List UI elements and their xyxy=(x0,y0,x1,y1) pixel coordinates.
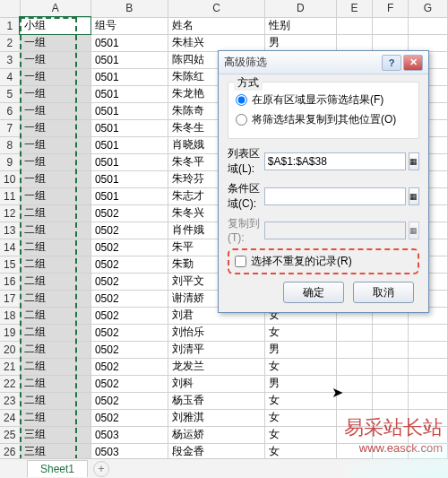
cell[interactable] xyxy=(408,324,447,341)
col-B[interactable]: B xyxy=(90,0,168,17)
row-header[interactable]: 13 xyxy=(0,222,20,239)
cell[interactable]: 二组 xyxy=(20,239,90,256)
row-header[interactable]: 22 xyxy=(0,375,20,392)
cell[interactable]: 二组 xyxy=(20,273,90,290)
cell[interactable]: 0501 xyxy=(90,85,168,102)
cell[interactable]: 女 xyxy=(265,358,336,375)
sheet-tab-sheet1[interactable]: Sheet1 xyxy=(27,460,88,477)
criteria-range-ref-button[interactable]: ▦ xyxy=(409,187,419,205)
cell[interactable]: 0502 xyxy=(90,358,168,375)
cell[interactable]: 一组 xyxy=(20,34,90,51)
row-header[interactable]: 17 xyxy=(0,290,20,307)
row-header[interactable]: 14 xyxy=(0,239,20,256)
cell[interactable] xyxy=(336,392,373,409)
cell[interactable]: 0501 xyxy=(90,51,168,68)
row-header[interactable]: 7 xyxy=(0,119,20,136)
cell[interactable]: 刘雅淇 xyxy=(168,409,264,426)
select-all-corner[interactable] xyxy=(0,0,20,17)
cell[interactable] xyxy=(408,34,447,51)
cell[interactable]: 朱桂兴 xyxy=(168,34,264,51)
cell[interactable]: 二组 xyxy=(20,324,90,341)
row-header[interactable]: 15 xyxy=(0,256,20,273)
cell[interactable]: 0502 xyxy=(90,239,168,256)
cell[interactable]: 0502 xyxy=(90,204,168,222)
cell[interactable]: 0502 xyxy=(90,392,168,409)
cell[interactable] xyxy=(408,392,447,409)
row-header[interactable]: 3 xyxy=(0,51,20,68)
cell[interactable]: 刘清平 xyxy=(168,341,264,358)
cell[interactable]: 0502 xyxy=(90,290,168,307)
cell[interactable]: 0502 xyxy=(90,273,168,290)
cell[interactable]: 0501 xyxy=(90,68,168,85)
cell[interactable] xyxy=(373,392,408,409)
unique-records-checkbox[interactable] xyxy=(235,256,246,267)
cell[interactable]: 女 xyxy=(265,426,336,443)
cell[interactable]: 二组 xyxy=(20,290,90,307)
dialog-titlebar[interactable]: 高级筛选 ? ✕ xyxy=(219,51,428,74)
radio-filter-inplace[interactable] xyxy=(236,94,247,106)
col-C[interactable]: C xyxy=(168,0,264,17)
row-header[interactable]: 1 xyxy=(0,17,20,34)
cell[interactable]: 0502 xyxy=(90,409,168,426)
ok-button[interactable]: 确定 xyxy=(283,282,344,303)
cell[interactable] xyxy=(336,358,373,375)
cell[interactable]: 一组 xyxy=(20,51,90,68)
cell[interactable]: 男 xyxy=(265,34,336,51)
row-header[interactable]: 12 xyxy=(0,204,20,222)
col-F[interactable]: F xyxy=(373,0,408,17)
cell[interactable]: 男 xyxy=(265,375,336,392)
cell[interactable]: 0502 xyxy=(90,307,168,324)
cell[interactable] xyxy=(408,375,447,392)
radio-copy-to[interactable] xyxy=(236,114,247,126)
cell[interactable]: 二组 xyxy=(20,341,90,358)
row-header[interactable]: 25 xyxy=(0,426,20,443)
cell[interactable]: 性别 xyxy=(265,17,336,34)
row-header[interactable]: 4 xyxy=(0,68,20,85)
cell[interactable] xyxy=(373,358,408,375)
cell[interactable]: 二组 xyxy=(20,222,90,239)
cell[interactable]: 姓名 xyxy=(168,17,264,34)
add-sheet-button[interactable]: ＋ xyxy=(93,461,109,477)
help-button[interactable]: ? xyxy=(382,55,401,71)
cell[interactable]: 一组 xyxy=(20,102,90,119)
row-header[interactable]: 20 xyxy=(0,341,20,358)
row-header[interactable]: 19 xyxy=(0,324,20,341)
cell[interactable]: 女 xyxy=(265,409,336,426)
cell[interactable]: 0501 xyxy=(90,119,168,136)
cell[interactable]: 组号 xyxy=(90,17,168,34)
cell[interactable]: 二组 xyxy=(20,256,90,273)
row-header[interactable]: 16 xyxy=(0,273,20,290)
cell[interactable] xyxy=(408,358,447,375)
cell[interactable]: 二组 xyxy=(20,358,90,375)
cell[interactable]: 一组 xyxy=(20,153,90,170)
row-header[interactable]: 9 xyxy=(0,153,20,170)
row-header[interactable]: 6 xyxy=(0,102,20,119)
cell[interactable]: 二组 xyxy=(20,375,90,392)
cell[interactable]: 0502 xyxy=(90,324,168,341)
cell[interactable]: 0501 xyxy=(90,170,168,187)
cell[interactable] xyxy=(336,341,373,358)
col-A[interactable]: A xyxy=(20,0,90,17)
cell[interactable]: 三组 xyxy=(20,426,90,443)
cell[interactable] xyxy=(336,17,373,34)
cell[interactable] xyxy=(373,17,408,34)
cell[interactable]: 二组 xyxy=(20,307,90,324)
cell[interactable]: 小组 xyxy=(20,17,90,34)
cell[interactable]: 0502 xyxy=(90,375,168,392)
cell[interactable] xyxy=(373,324,408,341)
cell[interactable] xyxy=(373,341,408,358)
row-header[interactable]: 18 xyxy=(0,307,20,324)
cell[interactable]: 一组 xyxy=(20,119,90,136)
cell[interactable]: 一组 xyxy=(20,68,90,85)
cell[interactable]: 龙发兰 xyxy=(168,358,264,375)
cell[interactable]: 女 xyxy=(265,392,336,409)
col-E[interactable]: E xyxy=(336,0,373,17)
row-header[interactable]: 21 xyxy=(0,358,20,375)
close-button[interactable]: ✕ xyxy=(403,55,423,71)
cell[interactable]: 一组 xyxy=(20,170,90,187)
cell[interactable]: 杨运娇 xyxy=(168,426,264,443)
cell[interactable]: 0502 xyxy=(90,341,168,358)
row-header[interactable]: 2 xyxy=(0,34,20,51)
list-range-ref-button[interactable]: ▦ xyxy=(409,152,419,170)
cell[interactable]: 0501 xyxy=(90,34,168,51)
